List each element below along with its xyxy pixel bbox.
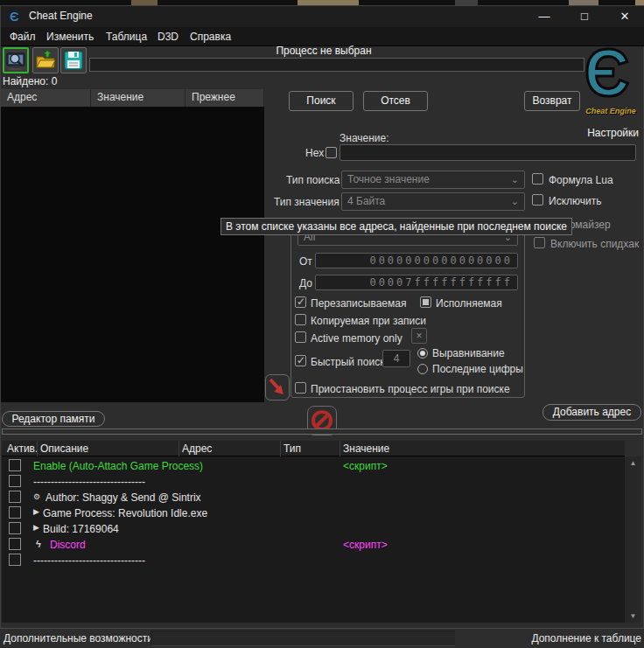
row-description[interactable]: -------------------------------- — [33, 476, 145, 488]
title-bar[interactable]: Є Cheat Engine — □ ✕ — [1, 6, 644, 27]
col-active[interactable]: Актив. — [7, 442, 38, 455]
arrow-right-icon: ▶ — [33, 507, 39, 516]
from-input[interactable]: 0000000000000000 — [315, 253, 518, 268]
first-scan-button[interactable]: Поиск — [289, 91, 354, 111]
address-table[interactable]: Enable (Auto-Attach Game Process) <скрип… — [2, 456, 625, 623]
row-description[interactable]: Game Process: Revolution Idle.exe — [43, 507, 207, 519]
table-row[interactable]: ϟ Discord <скрипт> — [2, 537, 625, 553]
not-label: Исключить — [549, 195, 601, 207]
column-divider[interactable] — [340, 441, 340, 456]
row-description[interactable]: Build: 17169064 — [43, 523, 119, 535]
table-row[interactable]: -------------------------------- — [2, 553, 625, 568]
found-col-value[interactable]: Значение — [97, 91, 144, 103]
col-value[interactable]: Значение — [343, 442, 389, 455]
gear-icon: ⚙ — [33, 492, 40, 501]
not-checkbox[interactable] — [532, 194, 543, 206]
col-address[interactable]: Адрес — [182, 442, 212, 455]
column-divider[interactable] — [263, 89, 264, 107]
found-list[interactable] — [1, 107, 264, 402]
window-title: Cheat Engine — [29, 10, 93, 22]
advanced-options-label[interactable]: Дополнительные возможности — [4, 632, 153, 645]
value-type-label: Тип значения — [274, 196, 340, 208]
speedhack-checkbox[interactable] — [534, 237, 545, 248]
row-description[interactable]: Author: Shaggy & Send @ Sintrix — [46, 491, 201, 504]
alignment-radio[interactable] — [417, 348, 428, 359]
menu-file[interactable]: Файл — [6, 30, 39, 45]
process-input[interactable] — [89, 58, 584, 72]
last-digits-label: Последние цифры — [432, 363, 523, 375]
lua-formula-checkbox[interactable] — [532, 173, 543, 185]
menu-d3d[interactable]: D3D — [154, 30, 182, 45]
minimize-button[interactable]: — — [524, 6, 564, 27]
value-label: Значение: — [340, 132, 389, 144]
splitter-handle[interactable] — [2, 429, 642, 435]
row-checkbox[interactable] — [9, 475, 21, 487]
add-address-button[interactable]: Добавить адрес — [542, 404, 641, 421]
select-process-button[interactable] — [3, 47, 29, 73]
address-table-header[interactable]: Актив. Описание Адрес Тип Значение — [2, 441, 625, 456]
row-checkbox[interactable] — [9, 538, 21, 550]
memory-view-button[interactable]: Редактор памяти — [2, 411, 105, 427]
last-digits-radio[interactable] — [417, 364, 428, 374]
column-divider[interactable] — [178, 441, 179, 456]
table-row[interactable]: ▶ Game Process: Revolution Idle.exe — [2, 505, 625, 521]
column-divider[interactable] — [37, 441, 38, 456]
table-row[interactable]: -------------------------------- — [2, 474, 625, 490]
col-description[interactable]: Описание — [40, 442, 88, 455]
writable-checkbox[interactable] — [295, 296, 306, 308]
fast-scan-value-input[interactable]: 4 — [382, 350, 410, 367]
table-row[interactable]: ⚙ Author: Shaggy & Send @ Sintrix — [2, 490, 625, 505]
maximize-button[interactable]: □ — [564, 6, 605, 27]
settings-link[interactable]: Настройки — [560, 127, 639, 139]
found-list-header[interactable]: Адрес Значение Прежнее — [1, 89, 264, 107]
to-input[interactable]: 00007fffffffffff — [315, 275, 518, 290]
row-checkbox[interactable] — [9, 554, 21, 566]
menu-help[interactable]: Справка — [186, 30, 234, 45]
row-description[interactable]: Discord — [50, 539, 86, 551]
next-scan-button[interactable]: Отсев — [363, 91, 428, 111]
pause-game-checkbox[interactable] — [295, 382, 306, 394]
row-checkbox[interactable] — [9, 459, 21, 471]
column-divider[interactable] — [90, 89, 91, 107]
tooltip: В этом списке указаны все адреса, найден… — [220, 218, 572, 235]
fast-scan-checkbox[interactable] — [295, 355, 306, 366]
menu-edit[interactable]: Изменить — [43, 30, 97, 45]
value-input[interactable] — [340, 144, 636, 161]
row-value[interactable]: <скрипт> — [343, 539, 388, 551]
process-label: Процесс не выбран — [210, 45, 438, 57]
value-type-dropdown[interactable]: 4 Байта ⌄ — [341, 192, 525, 211]
col-type[interactable]: Тип — [284, 442, 301, 455]
hex-checkbox[interactable] — [326, 147, 337, 158]
row-description[interactable]: -------------------------------- — [33, 554, 145, 567]
table-row[interactable]: Enable (Auto-Attach Game Process) <скрип… — [2, 458, 625, 474]
row-value[interactable]: <скрипт> — [343, 460, 388, 472]
found-col-address[interactable]: Адрес — [7, 91, 37, 103]
undo-scan-button[interactable]: Возврат — [524, 91, 580, 111]
lua-formula-label: Формула Lua — [549, 174, 613, 186]
found-col-previous[interactable]: Прежнее — [192, 91, 235, 103]
add-selected-addresses-button[interactable] — [265, 374, 290, 401]
hex-label: Hex — [305, 147, 324, 159]
table-extras-label[interactable]: Дополнение к таблице — [531, 632, 641, 645]
active-memory-checkbox[interactable] — [295, 331, 306, 343]
table-scrollbar[interactable]: ▲ ▼ — [625, 456, 641, 623]
close-button[interactable]: ✕ — [605, 6, 644, 27]
scan-type-dropdown[interactable]: Точное значение ⌄ — [341, 171, 525, 189]
open-table-button[interactable] — [32, 47, 59, 73]
column-divider[interactable] — [185, 89, 186, 107]
copy-on-write-checkbox[interactable] — [295, 314, 306, 325]
row-checkbox[interactable] — [9, 491, 21, 503]
row-description[interactable]: Enable (Auto-Attach Game Process) — [33, 460, 203, 472]
executable-checkbox[interactable] — [420, 296, 431, 308]
scroll-down-icon[interactable]: ▼ — [625, 612, 641, 620]
row-checkbox[interactable] — [9, 506, 21, 519]
clear-active-memory-button[interactable]: × — [411, 328, 427, 344]
scan-type-value: Точное значение — [347, 173, 430, 185]
menu-table[interactable]: Таблица — [102, 30, 150, 45]
column-divider[interactable] — [280, 441, 281, 456]
save-table-button[interactable] — [60, 47, 87, 73]
table-row[interactable]: ▶ Build: 17169064 — [2, 521, 625, 537]
to-label: До — [299, 277, 312, 289]
scroll-up-icon[interactable]: ▲ — [625, 459, 641, 467]
row-checkbox[interactable] — [9, 522, 21, 534]
